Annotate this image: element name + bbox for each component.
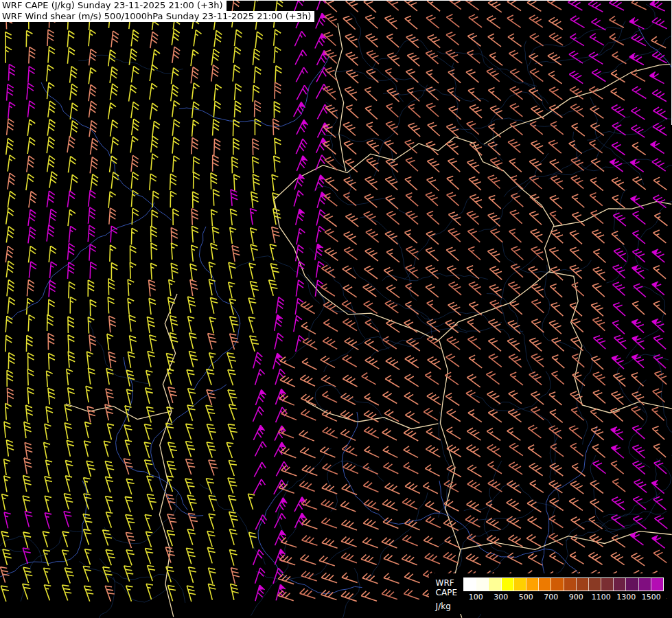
weather-map-stage: WRF CAPE (J/kg) Sunday 23-11-2025 21:00 …: [0, 0, 672, 618]
legend-color-cell: [577, 578, 589, 591]
title-block: WRF CAPE (J/kg) Sunday 23-11-2025 21:00 …: [0, 0, 314, 22]
legend-color-cell: [589, 578, 601, 591]
legend-tick-label: 1500: [642, 593, 661, 602]
legend-tick-label: 900: [569, 593, 583, 602]
legend-unit-label: J/kg: [436, 602, 457, 611]
legend-labels: WRF CAPE J/kg: [436, 578, 457, 611]
legend-color-cell: [526, 578, 539, 591]
cape-legend: WRF CAPE J/kg 10030050070090011001300150…: [429, 573, 667, 614]
legend-tick-label: 700: [544, 593, 558, 602]
legend-color-cell: [651, 578, 663, 591]
legend-color-cell: [601, 578, 614, 591]
map-title-windshear: WRF Wind shear (m/s) 500/1000hPa Sunday …: [0, 11, 314, 22]
legend-tick-label: 1100: [592, 593, 611, 602]
map-title-cape: WRF CAPE (J/kg) Sunday 23-11-2025 21:00 …: [0, 0, 227, 11]
legend-color-cell: [476, 578, 489, 591]
legend-color-cell: [464, 578, 476, 591]
legend-color-cell: [551, 578, 564, 591]
legend-tick-label: 300: [494, 593, 508, 602]
legend-color-cell: [614, 578, 626, 591]
legend-color-cell: [502, 578, 514, 591]
legend-tick-label: 500: [519, 593, 533, 602]
legend-color-cell: [489, 578, 501, 591]
legend-color-cell: [564, 578, 577, 591]
legend-model-label: WRF: [436, 578, 457, 588]
legend-tick-label: 100: [469, 593, 483, 602]
legend-color-cell: [626, 578, 638, 591]
legend-color-cell: [514, 578, 526, 591]
legend-tick-label: 1300: [616, 593, 636, 602]
weather-map-canvas: [0, 0, 672, 618]
legend-bar-wrap: 100300500700900110013001500: [463, 577, 664, 602]
legend-color-cell: [539, 578, 551, 591]
legend-variable-label: CAPE: [436, 588, 457, 597]
legend-color-cell: [639, 578, 651, 591]
legend-colorbar: [463, 577, 664, 591]
legend-ticks: 100300500700900110013001500: [463, 591, 664, 602]
